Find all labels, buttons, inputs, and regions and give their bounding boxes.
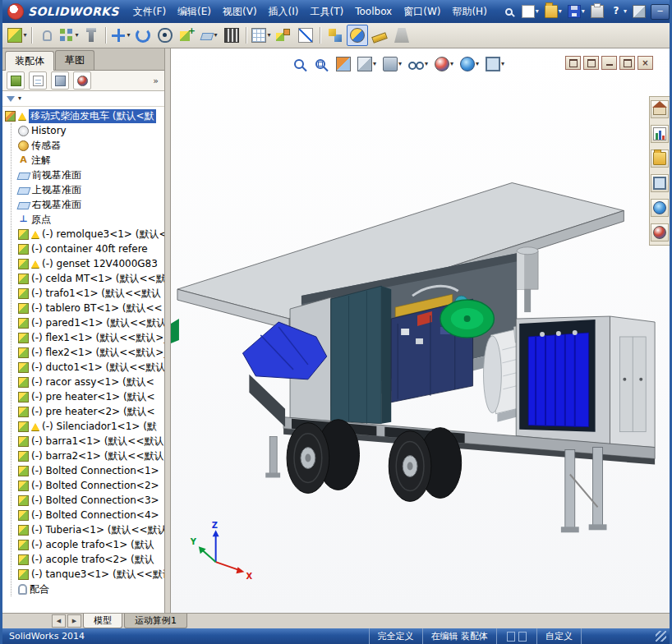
tree-item[interactable]: (-) container 40ft refere xyxy=(2,242,164,256)
measure-button[interactable] xyxy=(369,25,390,46)
mass-properties-button[interactable] xyxy=(391,25,412,46)
doc-window-button-1[interactable] xyxy=(565,56,581,70)
tree-item[interactable]: (-) Bolted Connection<1> xyxy=(2,463,164,478)
reference-geometry-button[interactable]: ▾ xyxy=(199,25,220,46)
show-hidden-components-button[interactable] xyxy=(154,25,176,46)
filter-caret-icon[interactable]: ▾ xyxy=(18,95,21,102)
tree-item[interactable]: History xyxy=(2,123,164,138)
filter-bar[interactable]: ▾ xyxy=(2,91,164,107)
doc-restore-button[interactable] xyxy=(619,56,635,70)
new-document-button[interactable]: ▾ xyxy=(519,2,541,21)
tree-item[interactable]: (-) barra1<1> (默认<<默认 xyxy=(2,434,164,448)
minimize-button[interactable]: ─ xyxy=(651,4,670,20)
3d-viewport[interactable]: Z X Y xyxy=(171,48,670,613)
tree-item[interactable]: 上视基准面 xyxy=(2,182,164,197)
assembly-visualization-button[interactable] xyxy=(347,25,368,46)
tree-item[interactable]: 传感器 xyxy=(2,138,164,153)
model-cube-button[interactable] xyxy=(630,2,648,21)
menu-item[interactable]: 帮助(H) xyxy=(446,2,492,21)
tree-item[interactable]: (-) genset 12V4000G83 xyxy=(2,256,164,271)
design-library-tab[interactable] xyxy=(651,125,669,143)
tree-item[interactable]: (-) remolque3<1> (默认< xyxy=(2,227,164,242)
menu-item[interactable]: 窗口(W) xyxy=(398,2,446,21)
tree-item[interactable]: (-) trafo1<1> (默认<<默认 xyxy=(2,286,164,301)
tree-item[interactable]: (-) Bolted Connection<2> xyxy=(2,478,164,493)
tree-item[interactable]: (-) Bolted Connection<4> xyxy=(2,508,164,522)
display-style-button[interactable]: ▾ xyxy=(380,55,404,73)
hide-show-items-button[interactable]: ▾ xyxy=(406,57,430,71)
doc-close-button[interactable]: × xyxy=(637,56,653,70)
study-tab[interactable]: 模型 xyxy=(83,614,122,628)
print-button[interactable] xyxy=(588,2,606,21)
status-mini-icon[interactable] xyxy=(518,632,527,642)
panel-tab[interactable]: 装配体 xyxy=(5,51,54,71)
mate-button[interactable] xyxy=(36,25,58,46)
tree-item[interactable]: (-) pared1<1> (默认<<默认 xyxy=(2,315,164,330)
tree-item[interactable]: (-) tablero BT<1> (默认<< xyxy=(2,301,164,315)
menu-item[interactable]: 编辑(E) xyxy=(172,2,217,21)
panel-splitter[interactable] xyxy=(165,48,171,613)
tree-item[interactable]: (-) racor assy<1> (默认< xyxy=(2,375,164,389)
assembly-features-button[interactable] xyxy=(177,25,198,46)
interference-detection-button[interactable] xyxy=(324,25,346,46)
tree-item[interactable]: (-) tanque3<1> (默认<<默认 xyxy=(2,567,164,582)
view-palette-tab[interactable] xyxy=(651,174,669,192)
apply-scene-button[interactable]: ▾ xyxy=(458,55,481,73)
tree-item[interactable]: ⊥原点 xyxy=(2,212,164,227)
tree-item[interactable]: A注解 xyxy=(2,153,164,168)
tree-item[interactable]: (-) Tuberia<1> (默认<<默认 xyxy=(2,522,164,537)
file-explorer-tab[interactable] xyxy=(651,150,669,168)
tree-item[interactable]: (-) celda MT<1> (默认<<默 xyxy=(2,271,164,286)
tab-scroll-left-button[interactable]: ◀ xyxy=(52,614,66,628)
tree-item[interactable]: (-) pre heater<1> (默认< xyxy=(2,389,164,404)
zoom-to-area-button[interactable] xyxy=(312,56,332,72)
solidworks-resources-tab[interactable] xyxy=(651,100,669,118)
move-component-button[interactable]: ▾ xyxy=(110,25,131,46)
tree-item[interactable]: 配合 xyxy=(2,582,164,596)
displaymanager-tab[interactable] xyxy=(73,71,91,90)
new-motion-study-button[interactable] xyxy=(221,25,242,46)
smart-fasteners-button[interactable] xyxy=(81,25,102,46)
rotate-component-button[interactable] xyxy=(132,25,154,46)
tree-item[interactable]: 右视基准面 xyxy=(2,197,164,212)
bill-of-materials-button[interactable]: ▾ xyxy=(251,25,272,46)
tree-item[interactable]: (-) barra2<1> (默认<<默认 xyxy=(2,448,164,463)
resize-grip-icon[interactable] xyxy=(656,631,666,642)
insert-components-button[interactable]: ▾ xyxy=(7,25,28,46)
menu-item[interactable]: 视图(V) xyxy=(217,2,263,21)
overflow-chevron-icon[interactable]: » xyxy=(153,76,160,86)
help-button[interactable]: ?▾ xyxy=(607,2,629,21)
tree-item[interactable]: (-) ducto1<1> (默认<<默认 xyxy=(2,360,164,375)
tab-scroll-right-button[interactable]: ▶ xyxy=(67,614,81,628)
zoom-to-fit-button[interactable] xyxy=(291,56,311,72)
menu-item[interactable]: 文件(F) xyxy=(127,2,172,21)
tree-item[interactable]: 移动式柴油发电车 (默认<默 xyxy=(2,108,164,123)
tree-item[interactable]: (-) acople trafo<2> (默认 xyxy=(2,552,164,567)
tree-item[interactable]: (-) acople trafo<1> (默认 xyxy=(2,537,164,552)
open-file-button[interactable]: ▾ xyxy=(542,2,564,21)
custom-properties-tab[interactable] xyxy=(651,223,669,242)
appearances-scenes-tab[interactable] xyxy=(651,199,669,217)
view-settings-button[interactable]: ▾ xyxy=(483,55,507,73)
status-mini-icon[interactable] xyxy=(507,632,515,642)
menu-item[interactable]: 工具(T) xyxy=(305,2,350,21)
tree-item[interactable]: 前视基准面 xyxy=(2,168,164,182)
tree-item[interactable]: (-) flex1<1> (默认<<默认>_ xyxy=(2,330,164,345)
study-tab[interactable]: 运动算例1 xyxy=(124,614,187,628)
tree-item[interactable]: (-) pre heater<2> (默认< xyxy=(2,404,164,419)
edit-appearance-button[interactable]: ▾ xyxy=(432,55,456,73)
tree-item[interactable]: (-) Bolted Connection<3> xyxy=(2,493,164,508)
search-button[interactable] xyxy=(501,4,518,20)
view-orientation-button[interactable]: ▾ xyxy=(355,55,379,73)
tree-item[interactable]: (-) flex2<1> (默认<<默认>_ xyxy=(2,345,164,360)
exploded-view-button[interactable] xyxy=(273,25,294,46)
configurationmanager-tab[interactable] xyxy=(51,71,69,90)
menu-item[interactable]: 插入(I) xyxy=(263,2,305,21)
save-button[interactable]: ▾ xyxy=(565,2,587,21)
section-view-button[interactable] xyxy=(334,55,353,73)
menu-item[interactable]: Toolbox xyxy=(349,3,398,20)
linear-component-pattern-button[interactable]: ▾ xyxy=(58,25,80,46)
doc-window-button-2[interactable] xyxy=(583,56,599,70)
panel-tab[interactable]: 草图 xyxy=(55,50,94,70)
explode-line-sketch-button[interactable] xyxy=(295,25,316,46)
